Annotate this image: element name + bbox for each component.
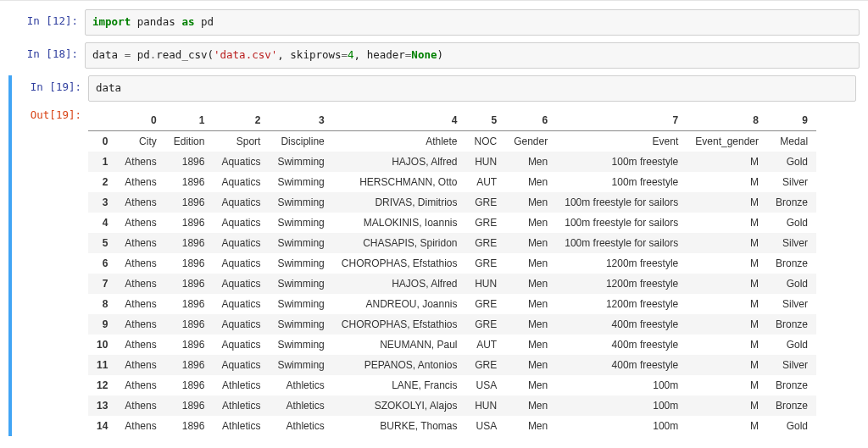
cell: City [116, 130, 164, 152]
cell: Event [556, 130, 687, 152]
row-index: 7 [88, 274, 116, 294]
cell: HUN [466, 274, 506, 294]
table-row: 13Athens1896AthleticsAthleticsSZOKOLYI, … [88, 395, 816, 416]
cell: 1896 [165, 274, 214, 294]
cell: 1200m freestyle [556, 274, 687, 294]
cell: M [687, 355, 767, 375]
column-header: 3 [269, 110, 332, 131]
cell: 400m freestyle [556, 314, 687, 335]
cell: Swimming [269, 172, 332, 192]
cell: Bronze [767, 375, 816, 395]
cell: Silver [767, 233, 816, 253]
cell: Men [505, 233, 556, 253]
cell: 100m freestyle for sailors [556, 233, 687, 253]
cell: 1896 [165, 294, 214, 314]
cell: 100m freestyle for sailors [556, 192, 687, 213]
cell: 1896 [165, 395, 214, 416]
cell: M [687, 172, 767, 192]
code-input[interactable]: data [88, 75, 856, 102]
code-token: = [342, 48, 348, 61]
cell: Athens [116, 152, 164, 172]
row-index: 13 [88, 395, 116, 416]
cell: Aquatics [213, 294, 269, 314]
cell: 100m freestyle [556, 172, 687, 192]
row-index: 5 [88, 233, 116, 253]
cell: USA [466, 416, 506, 436]
cell: Aquatics [213, 192, 269, 213]
cell: Athens [116, 355, 164, 375]
cell: AUT [466, 172, 506, 192]
cell: CHOROPHAS, Efstathios [333, 253, 466, 274]
code-token: import [92, 15, 131, 28]
cell: Gold [767, 274, 816, 294]
cell: Aquatics [213, 314, 269, 335]
cell: 400m freestyle [556, 355, 687, 375]
cell: 1896 [165, 152, 214, 172]
column-header: 4 [333, 110, 466, 131]
table-row: 3Athens1896AquaticsSwimmingDRIVAS, Dimit… [88, 192, 816, 213]
table-row: 2Athens1896AquaticsSwimmingHERSCHMANN, O… [88, 172, 816, 192]
cell: Swimming [269, 253, 332, 274]
cell: Swimming [269, 335, 332, 355]
table-row: 1Athens1896AquaticsSwimmingHAJOS, Alfred… [88, 152, 816, 172]
cell: GRE [466, 213, 506, 233]
cell: NEUMANN, Paul [333, 335, 466, 355]
row-index: 6 [88, 253, 116, 274]
input-prompt: In [19]: [12, 75, 88, 93]
cell: M [687, 395, 767, 416]
code-cell-with-output: In [19]: data Out[19]: 0123456789 0CityE… [8, 75, 860, 436]
cell: 1896 [165, 355, 214, 375]
code-input[interactable]: data = pd.read_csv('data.csv', skiprows=… [85, 42, 860, 69]
cell: M [687, 192, 767, 213]
cell: Athens [116, 416, 164, 436]
code-cell: In [18]: data = pd.read_csv('data.csv', … [8, 42, 860, 69]
table-row: 5Athens1896AquaticsSwimmingCHASAPIS, Spi… [88, 233, 816, 253]
cell: Athens [116, 213, 164, 233]
cell: 1896 [165, 314, 214, 335]
cell: Gold [767, 335, 816, 355]
cell: HUN [466, 152, 506, 172]
cell: 100m [556, 395, 687, 416]
cell: SZOKOLYI, Alajos [333, 395, 466, 416]
cell: 1200m freestyle [556, 294, 687, 314]
cell: Event_gender [687, 130, 767, 152]
cell: Bronze [767, 192, 816, 213]
code-token: read_csv( [156, 48, 214, 61]
cell: Athens [116, 274, 164, 294]
column-header: 2 [213, 110, 269, 131]
cell: Silver [767, 294, 816, 314]
table-row: 12Athens1896AthleticsAthleticsLANE, Fran… [88, 375, 816, 395]
cell: Swimming [269, 355, 332, 375]
cell: Aquatics [213, 335, 269, 355]
cell: M [687, 294, 767, 314]
cell: Swimming [269, 152, 332, 172]
cell: Sport [213, 130, 269, 152]
input-prompt: In [12]: [8, 9, 85, 27]
cell: Edition [165, 130, 214, 152]
cell: Silver [767, 172, 816, 192]
cell: ANDREOU, Joannis [333, 294, 466, 314]
cell: Athletics [213, 395, 269, 416]
cell: 1896 [165, 253, 214, 274]
code-token: , header [354, 48, 405, 61]
table-row: 4Athens1896AquaticsSwimmingMALOKINIS, Io… [88, 213, 816, 233]
cell: GRE [466, 253, 506, 274]
column-header: 0 [116, 110, 164, 131]
cell: Men [505, 192, 556, 213]
cell: Athens [116, 335, 164, 355]
code-token: data [96, 81, 121, 94]
cell: Bronze [767, 395, 816, 416]
cell: M [687, 416, 767, 436]
cell: Gold [767, 213, 816, 233]
cell: Discipline [269, 130, 332, 152]
table-row: 8Athens1896AquaticsSwimmingANDREOU, Joan… [88, 294, 816, 314]
table-row: 7Athens1896AquaticsSwimmingHAJOS, Alfred… [88, 274, 816, 294]
index-corner [88, 110, 116, 131]
cell: Gender [505, 130, 556, 152]
code-input[interactable]: import pandas as pd [85, 9, 860, 36]
table-row: 10Athens1896AquaticsSwimmingNEUMANN, Pau… [88, 335, 816, 355]
cell: 1896 [165, 416, 214, 436]
cell: GRE [466, 355, 506, 375]
cell: LANE, Francis [333, 375, 466, 395]
cell: Bronze [767, 314, 816, 335]
